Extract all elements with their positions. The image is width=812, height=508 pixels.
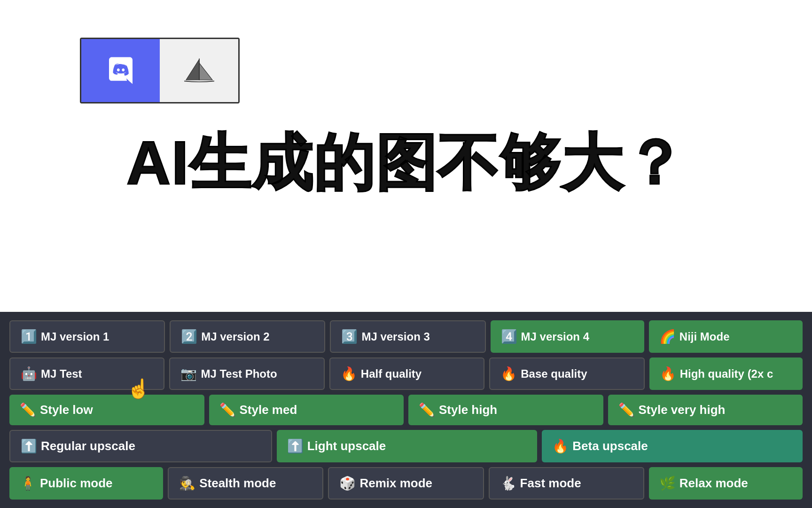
mj-test-photo-button[interactable]: 📷 MJ Test Photo — [169, 357, 324, 390]
regular-upscale-icon: ⬆️ — [21, 438, 37, 454]
beta-upscale-label: Beta upscale — [572, 439, 648, 453]
style-very-high-icon: ✏️ — [618, 402, 635, 418]
light-upscale-label: Light upscale — [307, 439, 386, 453]
main-title: AI生成的图不够大？ — [126, 122, 686, 205]
mj-v2-label: MJ version 2 — [201, 330, 269, 343]
style-very-high-button[interactable]: ✏️ Style very high — [608, 395, 803, 425]
discord-logo — [81, 39, 160, 102]
public-mode-label: Public mode — [40, 476, 113, 491]
quality-row: 🤖 MJ Test 📷 MJ Test Photo 🔥 Half quality… — [9, 357, 803, 390]
fast-mode-label: Fast mode — [520, 476, 581, 491]
mj-test-icon: 🤖 — [21, 366, 37, 381]
half-quality-icon: 🔥 — [341, 366, 357, 381]
upscale-row: ⬆️ Regular upscale ⬆️ Light upscale 🔥 Be… — [9, 430, 803, 462]
high-quality-icon: 🔥 — [660, 366, 676, 381]
public-mode-icon: 🧍 — [20, 476, 36, 491]
buttons-panel: 1️⃣ MJ version 1 2️⃣ MJ version 2 3️⃣ MJ… — [0, 312, 812, 508]
niji-label: Niji Mode — [679, 330, 730, 343]
niji-button[interactable]: 🌈 Niji Mode — [649, 320, 803, 353]
version-row: 1️⃣ MJ version 1 2️⃣ MJ version 2 3️⃣ MJ… — [9, 320, 803, 353]
stealth-mode-button[interactable]: 🕵️ Stealth mode — [168, 467, 323, 500]
mj-v1-button[interactable]: 1️⃣ MJ version 1 — [9, 320, 165, 353]
regular-upscale-button[interactable]: ⬆️ Regular upscale — [9, 430, 272, 462]
mj-test-photo-label: MJ Test Photo — [201, 367, 277, 381]
remix-mode-icon: 🎲 — [339, 476, 356, 491]
mj-v3-label: MJ version 3 — [361, 330, 429, 343]
mj-v4-button[interactable]: 4️⃣ MJ version 4 — [491, 320, 644, 353]
mj-v1-icon: 1️⃣ — [21, 329, 37, 344]
high-quality-button[interactable]: 🔥 High quality (2x c — [649, 357, 803, 390]
base-quality-button[interactable]: 🔥 Base quality — [489, 357, 644, 390]
beta-upscale-icon: 🔥 — [552, 438, 569, 454]
remix-mode-button[interactable]: 🎲 Remix mode — [328, 467, 484, 500]
fast-mode-icon: 🐇 — [500, 476, 516, 491]
fast-mode-button[interactable]: 🐇 Fast mode — [489, 467, 644, 500]
style-low-button[interactable]: ✏️ Style low — [9, 395, 204, 425]
mj-test-photo-icon: 📷 — [180, 366, 197, 381]
half-quality-button[interactable]: 🔥 Half quality — [329, 357, 484, 390]
style-high-button[interactable]: ✏️ Style high — [408, 395, 603, 425]
logo-container — [80, 38, 240, 103]
beta-upscale-button[interactable]: 🔥 Beta upscale — [542, 430, 803, 462]
mj-test-button[interactable]: 🤖 MJ Test — [9, 357, 164, 390]
light-upscale-icon: ⬆️ — [287, 438, 304, 454]
mj-test-label: MJ Test — [41, 367, 82, 381]
niji-icon: 🌈 — [659, 329, 676, 344]
mj-v2-button[interactable]: 2️⃣ MJ version 2 — [170, 320, 325, 353]
base-quality-label: Base quality — [521, 367, 587, 381]
relax-mode-icon: 🌿 — [659, 476, 676, 491]
mj-v1-label: MJ version 1 — [41, 330, 109, 343]
midjourney-logo — [160, 39, 238, 102]
relax-mode-button[interactable]: 🌿 Relax mode — [649, 467, 803, 500]
stealth-mode-label: Stealth mode — [199, 476, 276, 491]
regular-upscale-label: Regular upscale — [41, 439, 135, 453]
mj-v4-icon: 4️⃣ — [501, 329, 517, 344]
base-quality-icon: 🔥 — [500, 366, 517, 381]
mj-v3-icon: 3️⃣ — [341, 329, 358, 344]
light-upscale-button[interactable]: ⬆️ Light upscale — [277, 430, 538, 462]
style-med-icon: ✏️ — [219, 402, 236, 418]
style-high-icon: ✏️ — [419, 402, 435, 418]
style-low-label: Style low — [40, 403, 93, 417]
mj-v3-button[interactable]: 3️⃣ MJ version 3 — [330, 320, 485, 353]
relax-mode-label: Relax mode — [679, 476, 748, 491]
style-very-high-label: Style very high — [639, 403, 726, 417]
mode-row: 🧍 Public mode 🕵️ Stealth mode 🎲 Remix mo… — [9, 467, 803, 500]
high-quality-label: High quality (2x c — [680, 367, 773, 381]
style-row: ✏️ Style low ✏️ Style med ✏️ Style high … — [9, 395, 803, 425]
style-med-label: Style med — [240, 403, 297, 417]
mj-v2-icon: 2️⃣ — [181, 329, 197, 344]
style-med-button[interactable]: ✏️ Style med — [209, 395, 404, 425]
remix-mode-label: Remix mode — [359, 476, 432, 491]
stealth-mode-icon: 🕵️ — [179, 476, 195, 491]
half-quality-label: Half quality — [361, 367, 422, 381]
style-high-label: Style high — [439, 403, 497, 417]
style-low-icon: ✏️ — [20, 402, 36, 418]
mj-v4-label: MJ version 4 — [521, 330, 589, 343]
public-mode-button[interactable]: 🧍 Public mode — [9, 467, 163, 500]
